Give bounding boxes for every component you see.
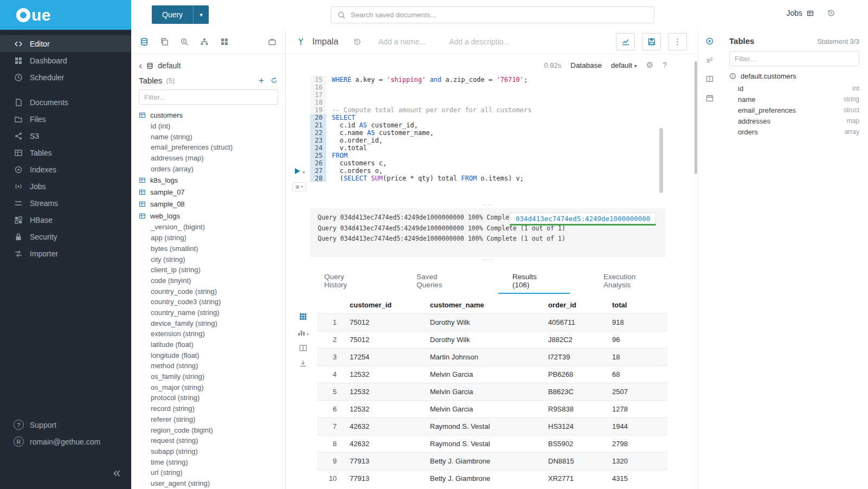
assist-column[interactable]: device_family (string) [131, 318, 285, 329]
assist-column[interactable]: city (string) [131, 254, 285, 265]
result-row[interactable]: 1077913Betty J. GiambroneXR27714315 [317, 470, 667, 487]
sitemap-icon[interactable] [200, 37, 209, 46]
right-panel-column[interactable]: namestring [729, 94, 859, 105]
columns-view-icon[interactable] [299, 344, 307, 352]
support-link[interactable]: ? Support [0, 416, 131, 433]
chart-view-button[interactable]: ▾ [297, 328, 308, 337]
sidebar-item-s3[interactable]: S3 [0, 127, 131, 144]
code-line[interactable]: 21 c.id AS customer_id, [310, 121, 698, 129]
documents-source-icon[interactable] [160, 37, 169, 46]
assist-column[interactable]: extension (string) [131, 329, 285, 339]
result-row[interactable]: 175012Dorothy Wilk4056711918 [317, 314, 667, 331]
execute-button[interactable]: ▾ [293, 167, 305, 175]
database-select[interactable]: default ▾ [611, 61, 637, 69]
sidebar-item-scheduler[interactable]: Scheduler [0, 69, 131, 86]
right-panel-column[interactable]: addressesmap [729, 115, 859, 126]
code-line[interactable]: 17 [310, 91, 698, 99]
search-zoom-icon[interactable] [180, 37, 189, 46]
breadcrumb-database[interactable]: default [158, 61, 181, 70]
apps-grid-icon[interactable] [220, 37, 229, 46]
assist-table-k8s_logs[interactable]: k8s_logs [131, 174, 285, 186]
assist-column[interactable]: url (string) [131, 467, 285, 478]
assistant-target-icon[interactable] [705, 37, 714, 46]
tab-saved-queries[interactable]: Saved Queries [402, 268, 479, 294]
sidebar-item-tables[interactable]: Tables [0, 144, 131, 161]
code-line[interactable]: 28 (SELECT SUM(price * qty) total FROM o… [310, 175, 698, 182]
column-header[interactable]: total [608, 296, 667, 314]
sidebar-item-indexes[interactable]: Indexes [0, 161, 131, 178]
assist-column[interactable]: user_agent (string) [131, 478, 285, 489]
assist-column[interactable]: country_code3 (string) [131, 297, 285, 307]
assist-column[interactable]: code (tinyint) [131, 275, 285, 286]
language-reference-book-icon[interactable] [705, 75, 714, 83]
sidebar-item-jobs[interactable]: Jobs [0, 178, 131, 195]
column-header[interactable]: order_id [544, 296, 608, 314]
assist-table-sample_07[interactable]: sample_07 [131, 186, 285, 198]
assist-column[interactable]: os_major (string) [131, 382, 285, 393]
new-query-button[interactable]: Query ▾ [152, 5, 209, 24]
code-line[interactable]: 23 o.order_id, [310, 137, 698, 144]
assist-column[interactable]: _version_ (bigint) [131, 222, 285, 233]
code-line[interactable]: 25FROM [310, 152, 698, 159]
assist-column[interactable]: referer (string) [131, 414, 285, 425]
code-line[interactable]: 27 c.orders o, [310, 167, 698, 175]
assist-table-customers[interactable]: customers [131, 109, 285, 121]
result-row[interactable]: 412532Melvin GarciaPB626868 [317, 366, 667, 383]
query-dropdown-caret-icon[interactable]: ▾ [193, 5, 209, 24]
help-question-icon[interactable]: ? [663, 61, 667, 69]
assist-column[interactable]: request (string) [131, 435, 285, 446]
editor-scrollbar[interactable] [659, 128, 663, 193]
search-input[interactable] [351, 11, 648, 19]
sidebar-item-documents[interactable]: Documents [0, 94, 131, 111]
settings-gear-icon[interactable]: ⚙ [646, 60, 653, 70]
assist-table-web_logs[interactable]: web_logs [131, 210, 285, 222]
code-line[interactable]: 18 [310, 99, 698, 106]
functions-icon[interactable]: x² [706, 56, 713, 65]
add-table-icon[interactable]: + [259, 77, 264, 85]
assist-column[interactable]: record (string) [131, 403, 285, 414]
assist-column[interactable]: protocol (string) [131, 393, 285, 403]
assist-table-sample_08[interactable]: sample_08 [131, 198, 285, 210]
history-icon[interactable] [827, 9, 835, 17]
download-icon[interactable] [299, 359, 307, 368]
code-editor[interactable]: 15WHERE a.key = 'shipping' and a.zip_cod… [286, 76, 698, 202]
result-row[interactable]: 612532Melvin GarciaR9S8381278 [317, 401, 667, 418]
sidebar-item-importer[interactable]: Importer [0, 245, 131, 262]
sidebar-item-security[interactable]: Security [0, 228, 131, 245]
column-header[interactable]: customer_id [345, 296, 426, 314]
query-description-field[interactable]: Add a descriptio... [449, 37, 510, 46]
schedule-calendar-icon[interactable] [705, 94, 714, 102]
assist-column[interactable]: addresses (map) [131, 153, 285, 164]
assist-column[interactable]: region_code (bigint) [131, 425, 285, 436]
more-options-button[interactable]: ⋮ [668, 33, 687, 50]
query-name-field[interactable]: Add a name... [378, 37, 426, 46]
sidebar-item-hbase[interactable]: HBase [0, 211, 131, 228]
resize-handle-bottom[interactable]: ···· [310, 257, 665, 263]
query-history-icon[interactable] [353, 37, 362, 46]
sql-source-icon[interactable] [140, 37, 149, 46]
right-panel-column[interactable]: email_preferencesstruct [729, 105, 859, 115]
back-chevron-icon[interactable]: ‹ [139, 62, 142, 69]
right-panel-column[interactable]: idint [729, 83, 859, 94]
right-panel-column[interactable]: ordersarray [729, 126, 859, 137]
result-row[interactable]: 742632Raymond S. VestalHS31241944 [317, 418, 667, 435]
code-line[interactable]: 16 [310, 83, 698, 91]
active-table[interactable]: default.customers [729, 70, 859, 83]
tab-results-106[interactable]: Results (106) [498, 268, 570, 294]
save-button[interactable] [642, 33, 661, 50]
hue-logo[interactable]: ue [0, 0, 131, 30]
tab-execution-analysis[interactable]: Execution Analysis [589, 268, 678, 294]
assist-column[interactable]: name (string) [131, 132, 285, 143]
code-line[interactable]: 19-- Compute total amount per order for … [310, 106, 698, 114]
sidebar-item-streams[interactable]: Streams [0, 195, 131, 211]
assist-column[interactable]: country_name (string) [131, 307, 285, 318]
result-row[interactable]: 512532Melvin GarciaB8623C2507 [317, 383, 667, 401]
assist-column[interactable]: latitude (float) [131, 339, 285, 350]
assist-column[interactable]: longitude (float) [131, 350, 285, 361]
assist-column[interactable]: subapp (string) [131, 446, 285, 457]
code-line[interactable]: 20SELECT [310, 114, 698, 121]
code-line[interactable]: 15WHERE a.key = 'shipping' and a.zip_cod… [310, 76, 698, 83]
assist-column[interactable]: bytes (smallint) [131, 243, 285, 254]
panel-scrollbar[interactable] [695, 61, 697, 174]
right-panel-filter-input[interactable] [729, 51, 859, 66]
